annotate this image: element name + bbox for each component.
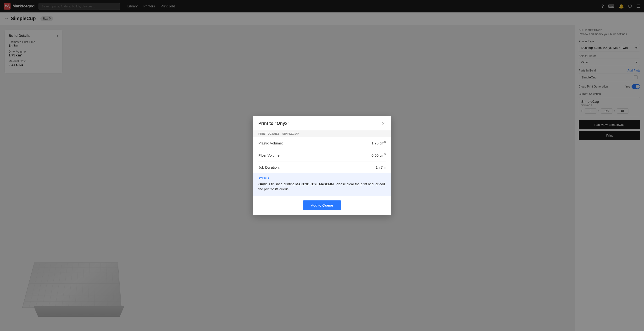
modal-overlay: Print to "Onyx" × PRINT DETAILS - SIMPLE… xyxy=(0,0,644,331)
plastic-volume-label: Plastic Volume: xyxy=(258,141,283,145)
modal-section-header: PRINT DETAILS - SIMPLECUP xyxy=(252,130,392,137)
modal-close-button[interactable]: × xyxy=(381,121,386,126)
fiber-volume-value: 0.00 cm3 xyxy=(372,153,386,157)
modal-status-section: STATUS Onyx is finished printing MAKE3DK… xyxy=(252,173,392,196)
fiber-volume-row: Fiber Volume: 0.00 cm3 xyxy=(258,149,386,162)
modal-header: Print to "Onyx" × xyxy=(252,116,392,130)
job-duration-row: Job Duration: 1h 7m xyxy=(258,162,386,173)
status-label: STATUS xyxy=(258,177,386,180)
plastic-volume-value: 1.75 cm3 xyxy=(372,141,386,145)
fiber-volume-label: Fiber Volume: xyxy=(258,153,280,157)
status-text: Onyx is finished printing MAKE3DKEYLARGE… xyxy=(258,182,386,192)
job-duration-value: 1h 7m xyxy=(376,165,386,169)
print-modal: Print to "Onyx" × PRINT DETAILS - SIMPLE… xyxy=(252,116,392,215)
job-duration-label: Job Duration: xyxy=(258,165,280,169)
add-to-queue-button[interactable]: Add to Queue xyxy=(303,200,341,210)
modal-body: Plastic Volume: 1.75 cm3 Fiber Volume: 0… xyxy=(252,137,392,173)
plastic-volume-row: Plastic Volume: 1.75 cm3 xyxy=(258,137,386,149)
modal-title: Print to "Onyx" xyxy=(258,121,290,126)
modal-footer: Add to Queue xyxy=(252,196,392,215)
status-printer-name: Onyx xyxy=(258,182,267,186)
status-machine-name: MAKE3DKEYLARGEMM xyxy=(296,182,334,186)
